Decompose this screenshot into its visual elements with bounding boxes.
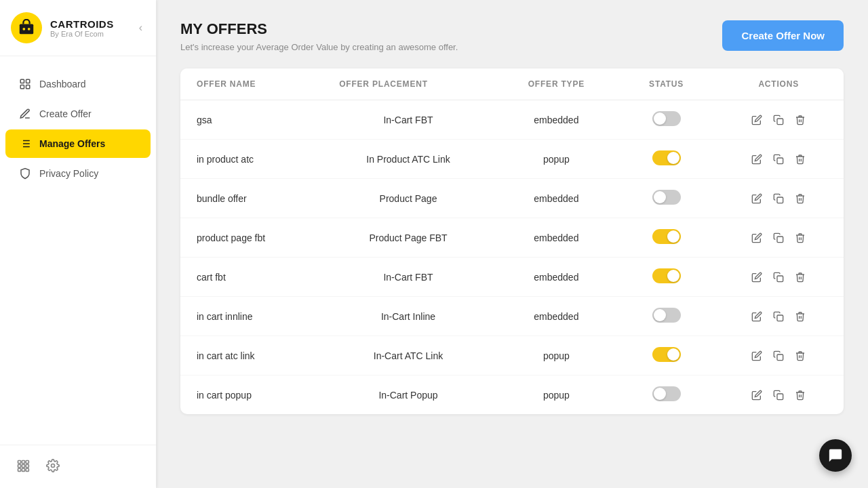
edit-button[interactable] <box>749 190 765 207</box>
copy-icon <box>773 350 784 361</box>
sidebar-item-privacy-policy[interactable]: Privacy Policy <box>5 159 151 188</box>
offer-type-cell: embedded <box>494 297 619 336</box>
edit-button[interactable] <box>749 308 765 325</box>
grid-button[interactable] <box>14 456 33 477</box>
delete-button[interactable] <box>792 387 808 403</box>
edit-icon <box>751 390 762 401</box>
offer-status-cell <box>619 140 714 179</box>
trash-icon <box>795 154 806 165</box>
offer-type-cell: embedded <box>494 258 619 297</box>
sidebar-nav: Dashboard Create Offer Manage Offers <box>0 56 156 445</box>
status-toggle[interactable] <box>652 111 681 126</box>
delete-button[interactable] <box>792 151 808 167</box>
copy-icon <box>773 193 784 204</box>
status-toggle[interactable] <box>652 229 681 244</box>
offer-placement-cell: Product Page <box>323 179 494 218</box>
svg-rect-3 <box>20 79 24 83</box>
svg-rect-14 <box>22 461 24 464</box>
delete-button[interactable] <box>792 190 808 207</box>
edit-button[interactable] <box>749 269 765 285</box>
delete-button[interactable] <box>792 269 808 285</box>
offer-placement-cell: In Product ATC Link <box>323 140 494 179</box>
sidebar-item-manage-offers[interactable]: Manage Offers <box>5 129 151 158</box>
trash-icon <box>795 232 806 243</box>
trash-icon <box>795 193 806 204</box>
svg-rect-28 <box>777 315 783 321</box>
edit-button[interactable] <box>749 348 765 364</box>
offer-status-cell <box>619 297 714 336</box>
sidebar-header: CARTROIDS By Era Of Ecom ‹ <box>0 0 156 56</box>
duplicate-button[interactable] <box>770 348 787 364</box>
duplicate-button[interactable] <box>770 308 787 325</box>
sidebar-item-create-offer[interactable]: Create Offer <box>5 100 151 128</box>
offer-actions-cell <box>713 258 844 297</box>
status-toggle[interactable] <box>652 190 681 205</box>
page-title: MY OFFERS <box>180 20 458 38</box>
status-toggle[interactable] <box>652 386 681 401</box>
sidebar-collapse-button[interactable]: ‹ <box>136 19 145 37</box>
copy-icon <box>773 390 784 401</box>
delete-button[interactable] <box>792 230 808 246</box>
chat-button[interactable] <box>819 439 852 472</box>
offer-placement-cell: In-Cart FBT <box>323 258 494 297</box>
status-toggle[interactable] <box>652 347 681 362</box>
duplicate-button[interactable] <box>770 190 787 207</box>
offer-placement-cell: Product Page FBT <box>323 218 494 258</box>
sidebar-footer <box>0 445 156 488</box>
duplicate-button[interactable] <box>770 269 787 285</box>
edit-button[interactable] <box>749 230 765 246</box>
status-toggle[interactable] <box>652 150 681 165</box>
edit-icon <box>751 115 762 125</box>
status-toggle[interactable] <box>652 268 681 283</box>
status-toggle[interactable] <box>652 308 681 323</box>
edit-button[interactable] <box>749 112 765 128</box>
svg-rect-0 <box>20 24 33 34</box>
settings-icon <box>46 459 60 472</box>
sidebar-item-dashboard[interactable]: Dashboard <box>5 70 151 98</box>
offer-placement-cell: In-Cart ATC Link <box>323 336 494 375</box>
brand-name: CARTROIDS <box>50 18 114 30</box>
delete-button[interactable] <box>792 308 808 325</box>
svg-rect-20 <box>22 468 24 471</box>
edit-icon <box>751 350 762 361</box>
edit-icon <box>751 193 762 204</box>
offer-type-cell: popup <box>494 375 619 415</box>
edit-button[interactable] <box>749 387 765 403</box>
table-row: in product atcIn Product ATC Linkpopup <box>180 140 844 179</box>
col-offer-placement: OFFER PLACEMENT <box>323 68 494 100</box>
offer-actions-cell <box>713 140 844 179</box>
create-offer-icon <box>19 108 31 120</box>
offer-name-cell: in cart popup <box>180 375 323 415</box>
duplicate-button[interactable] <box>770 112 787 128</box>
page-subtitle: Let's increase your Average Order Value … <box>180 42 458 52</box>
delete-button[interactable] <box>792 348 808 364</box>
edit-button[interactable] <box>749 151 765 167</box>
offer-name-cell: bundle offer <box>180 179 323 218</box>
svg-rect-4 <box>26 79 30 83</box>
col-offer-type: OFFER TYPE <box>494 68 619 100</box>
offer-status-cell <box>619 179 714 218</box>
offer-type-cell: popup <box>494 140 619 179</box>
duplicate-button[interactable] <box>770 387 787 403</box>
delete-button[interactable] <box>792 112 808 128</box>
offer-placement-cell: In-Cart FBT <box>323 100 494 140</box>
copy-icon <box>773 272 784 283</box>
svg-point-22 <box>52 464 55 468</box>
copy-icon <box>773 311 784 322</box>
create-offer-now-button[interactable]: Create Offer Now <box>722 20 844 51</box>
svg-rect-5 <box>20 85 24 89</box>
settings-button[interactable] <box>43 456 62 477</box>
svg-rect-23 <box>777 119 783 125</box>
svg-rect-15 <box>26 461 28 464</box>
table-row: cart fbtIn-Cart FBTembedded <box>180 258 844 297</box>
offer-actions-cell <box>713 218 844 258</box>
duplicate-button[interactable] <box>770 230 787 246</box>
offer-name-cell: cart fbt <box>180 258 323 297</box>
svg-rect-25 <box>777 197 783 203</box>
dashboard-label: Dashboard <box>39 79 86 89</box>
svg-rect-17 <box>22 464 24 467</box>
trash-icon <box>795 390 806 401</box>
duplicate-button[interactable] <box>770 151 787 167</box>
sidebar: CARTROIDS By Era Of Ecom ‹ Dashboard Cre… <box>0 0 156 488</box>
svg-rect-29 <box>777 354 783 361</box>
